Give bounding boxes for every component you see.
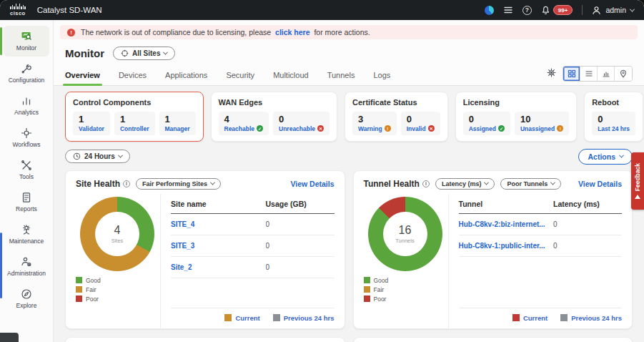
tunnel-health-donut[interactable]: 16 Tunnels xyxy=(368,197,442,271)
stat-value: 0 xyxy=(469,114,505,125)
tab-tunnels[interactable]: Tunnels xyxy=(327,71,355,85)
sidebar-item-configuration[interactable]: Configuration xyxy=(4,58,49,89)
user-menu[interactable]: admin xyxy=(592,6,634,15)
username: admin xyxy=(605,6,626,14)
site-scope-selector[interactable]: All Sites xyxy=(113,47,175,60)
feedback-tab[interactable]: Feedback xyxy=(631,152,644,210)
sidebar: Monitor Configuration Analytics Workflow… xyxy=(0,20,54,342)
sidebar-scrollbar[interactable] xyxy=(0,233,2,298)
sidebar-item-tools[interactable]: Tools xyxy=(4,155,49,185)
usage-donut-icon[interactable] xyxy=(485,6,494,15)
stat-manager[interactable]: 1 Manager xyxy=(159,112,196,135)
card-reboot[interactable]: Reboot 0 Last 24 hrs xyxy=(584,92,643,142)
tab-applications[interactable]: Applications xyxy=(165,71,207,85)
cisco-logo: cisco xyxy=(10,4,26,16)
card-wan-edges[interactable]: WAN Edges 4 Reachable✓ 0 Unreachable✕ xyxy=(211,92,338,142)
sidebar-item-maintenance[interactable]: Maintenance xyxy=(4,219,49,250)
dashboard-settings-gear-icon[interactable] xyxy=(546,67,557,81)
tunnel-view-details-link[interactable]: View Details xyxy=(578,180,622,188)
card-certificate-status[interactable]: Certificate Status 3 Warning! 0 Invalid✕ xyxy=(345,92,448,142)
stat-controller[interactable]: 1 Controller xyxy=(114,112,155,135)
task-list-icon[interactable] xyxy=(503,5,513,15)
sidebar-item-analytics[interactable]: Analytics xyxy=(4,90,49,121)
table-row[interactable]: Site_20 xyxy=(171,256,335,278)
help-icon[interactable]: ? xyxy=(522,6,532,15)
link-preview-tooltip xyxy=(0,333,19,342)
actions-button[interactable]: Actions xyxy=(578,149,633,165)
legend-label: Poor xyxy=(374,295,387,303)
stat-value: 4 xyxy=(224,114,264,125)
card-title: Certificate Status xyxy=(352,98,440,107)
info-icon[interactable]: i xyxy=(123,180,130,187)
tab-security[interactable]: Security xyxy=(226,71,254,85)
site-filter-dropdown[interactable]: Fair Performing Sites xyxy=(136,178,221,190)
actions-label: Actions xyxy=(588,152,615,161)
donut-center-label: Tunnels xyxy=(395,238,414,244)
stat-label: Manager xyxy=(165,125,190,132)
time-range-selector[interactable]: 24 Hours xyxy=(65,150,130,163)
alert-click-here-link[interactable]: click here xyxy=(275,28,309,36)
site-health-donut[interactable]: 4 Sites xyxy=(80,197,154,271)
site-filter-label: Fair Performing Sites xyxy=(142,180,207,187)
sidebar-item-monitor[interactable]: Monitor xyxy=(4,26,49,57)
bell-icon xyxy=(541,5,551,15)
sidebar-item-label: Analytics xyxy=(14,109,39,116)
site-view-details-link[interactable]: View Details xyxy=(290,180,334,188)
sidebar-item-explore[interactable]: Explore xyxy=(4,283,49,314)
table-row[interactable]: Hub-C8kv-2:biz-internet...0 xyxy=(459,213,623,235)
legend-label: Good xyxy=(374,277,389,284)
user-icon xyxy=(592,6,601,15)
status-warning-icon: ! xyxy=(385,125,391,132)
panel-title: Site Health i xyxy=(76,179,130,189)
map-view-button[interactable] xyxy=(615,67,632,81)
card-control-components[interactable]: Control Components 1 Validator 1 Control… xyxy=(65,92,204,142)
stat-assigned[interactable]: 0 Assigned✓ xyxy=(463,112,510,135)
stat-invalid[interactable]: 0 Invalid✕ xyxy=(401,112,440,135)
alert-text: The network is out of compliance due to … xyxy=(81,28,370,36)
chart-view-button[interactable] xyxy=(598,67,615,81)
chevron-down-icon xyxy=(619,153,624,158)
tunnel-metric-dropdown[interactable]: Latency (ms) xyxy=(435,178,495,190)
stat-label: Warning xyxy=(358,125,382,132)
legend-swatch-previous xyxy=(560,314,568,321)
list-view-button[interactable] xyxy=(580,67,598,81)
legend-label: Previous 24 hrs xyxy=(571,314,622,322)
stat-value: 3 xyxy=(358,114,391,125)
site-scope-icon xyxy=(121,49,129,57)
status-good-icon: ✓ xyxy=(498,125,505,132)
tab-logs[interactable]: Logs xyxy=(373,71,390,85)
tab-overview[interactable]: Overview xyxy=(65,71,100,85)
tab-devices[interactable]: Devices xyxy=(119,71,147,85)
donut-center-value: 4 xyxy=(114,224,121,237)
stat-label: Last 24 hrs xyxy=(598,125,630,132)
main-content: ! The network is out of compliance due t… xyxy=(54,20,644,342)
table-row[interactable]: SITE_40 xyxy=(171,213,335,235)
stat-reachable[interactable]: 4 Reachable✓ xyxy=(219,112,269,135)
legend-label: Current xyxy=(235,314,259,322)
panel-title: Tunnel Health i xyxy=(364,179,430,189)
notifications[interactable]: 99+ xyxy=(541,5,573,15)
summary-cards-row: Control Components 1 Validator 1 Control… xyxy=(65,92,633,142)
cisco-logo-text: cisco xyxy=(10,10,26,16)
stat-unassigned[interactable]: 10 Unassigned! xyxy=(515,112,569,135)
sidebar-item-workflows[interactable]: Workflows xyxy=(4,122,49,153)
table-row[interactable]: SITE_30 xyxy=(171,235,335,256)
sidebar-item-administration[interactable]: Administration xyxy=(4,251,49,282)
stat-reboot-24hrs[interactable]: 0 Last 24 hrs xyxy=(592,112,635,135)
tunnel-health-panel: Tunnel Health i Latency (ms) Poor Tunnel… xyxy=(353,170,633,329)
stat-validator[interactable]: 1 Validator xyxy=(73,112,110,135)
legend-swatch-poor xyxy=(76,295,82,302)
sidebar-item-label: Reports xyxy=(16,205,37,212)
sidebar-item-reports[interactable]: Reports xyxy=(4,187,49,218)
status-good-icon: ✓ xyxy=(257,125,263,132)
table-row[interactable]: Hub-C8kv-1:public-inter...0 xyxy=(459,235,623,256)
card-licensing[interactable]: Licensing 0 Assigned✓ 10 Unassigned! xyxy=(455,92,577,142)
stat-warning[interactable]: 3 Warning! xyxy=(352,112,397,135)
info-icon[interactable]: i xyxy=(422,180,430,187)
tab-multicloud[interactable]: Multicloud xyxy=(273,71,309,85)
card-title: Control Components xyxy=(73,98,196,107)
column-header-usage: Usage (GB) xyxy=(266,195,335,214)
stat-unreachable[interactable]: 0 Unreachable✕ xyxy=(273,112,330,135)
tunnel-quality-dropdown[interactable]: Poor Tunnels xyxy=(500,178,561,190)
grid-view-button[interactable] xyxy=(563,67,580,81)
